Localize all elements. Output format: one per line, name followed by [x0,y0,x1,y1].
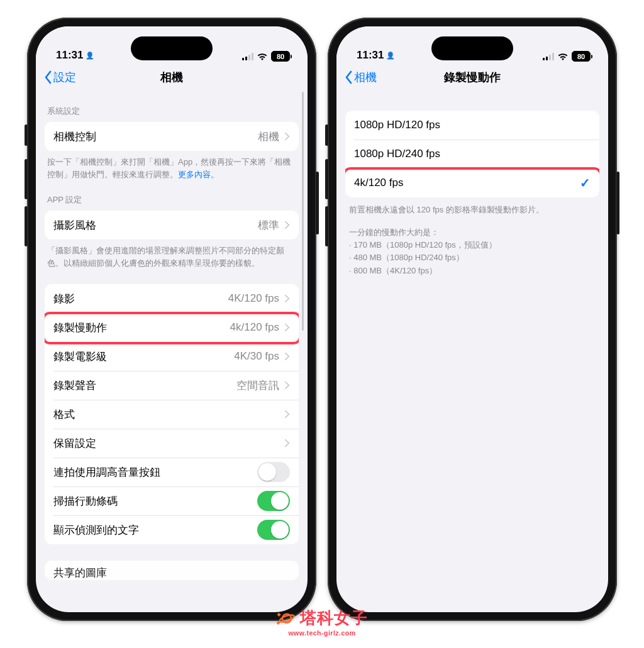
wifi-icon [558,53,568,60]
row-label: 攝影風格 [53,218,96,233]
back-button[interactable]: 相機 [344,70,377,85]
row-value: 相機 [258,129,279,144]
row-record-video[interactable]: 錄影 4K/120 fps [45,284,299,313]
row-label: 相機控制 [53,129,96,144]
page-title: 錄製慢動作 [336,70,608,85]
phone-side-button [25,159,28,199]
chevron-left-icon [43,70,52,84]
phone-side-button [325,159,328,199]
dynamic-island [431,36,513,60]
battery-icon: 80 [572,51,591,62]
svg-point-1 [279,613,294,623]
chevron-right-icon [284,323,290,332]
footnote-sizes: 一分鐘的慢動作大約是： · 170 MB（1080p HD/120 fps，預設… [336,216,608,277]
chevron-right-icon [284,410,290,419]
row-label: 保留設定 [53,436,96,451]
row-label: 掃描行動條碼 [53,494,118,508]
dynamic-island [131,36,213,60]
row-record-slomo[interactable]: 錄製慢動作 4k/120 fps [45,313,299,342]
phone-side-button [25,206,28,246]
row-shared-library[interactable]: 共享的圖庫 [45,561,299,580]
phone-right: 11:31 👤 80 相機 錄製慢動作 1080p H [328,18,617,621]
phone-left: 11:31 👤 80 設定 相機 系統設定 [27,18,316,621]
phone-side-button [325,124,328,146]
chevron-right-icon [284,132,290,141]
row-camera-control[interactable]: 相機控制 相機 [45,122,299,151]
chevron-right-icon [284,221,290,229]
row-scan-qr[interactable]: 掃描行動條碼 [45,486,299,515]
footnote-photo-style: 「攝影風格」會使用進階的場景理解來調整照片不同部分的特定顏色。以精緻細節個人化膚… [36,239,308,269]
option-1080p-240[interactable]: 1080p HD/240 fps [345,140,599,168]
back-button[interactable]: 設定 [43,70,76,85]
row-label: 格式 [53,407,75,422]
row-label: 顯示偵測到的文字 [53,523,139,537]
chevron-right-icon [284,439,290,448]
watermark: 塔科女子 [276,607,368,629]
footnote-front-camera: 前置相機永遠會以 120 fps 的影格率錄製慢動作影片。 [336,197,608,216]
back-label: 相機 [354,70,377,85]
row-label: 錄製聲音 [53,378,96,393]
row-record-sound[interactable]: 錄製聲音 空間音訊 [45,371,299,400]
row-preserve-settings[interactable]: 保留設定 [45,429,299,458]
back-label: 設定 [53,70,76,85]
row-photo-style[interactable]: 攝影風格 標準 [45,211,299,239]
screen-left: 11:31 👤 80 設定 相機 系統設定 [36,26,308,612]
section-header-app: APP 設定 [36,180,308,211]
cell-signal-icon [242,53,253,60]
switch-burst[interactable] [257,462,290,482]
row-live-text[interactable]: 顯示偵測到的文字 [45,515,299,544]
option-label: 1080p HD/240 fps [354,148,440,160]
row-label: 錄影 [53,292,75,306]
chevron-right-icon [284,352,290,361]
nav-bar: 相機 錄製慢動作 [336,63,608,92]
row-format[interactable]: 格式 [45,400,299,429]
row-value: 4k/120 fps [230,321,279,334]
phone-side-button [616,172,619,234]
option-label: 4k/120 fps [354,177,403,189]
focus-icon: 👤 [86,52,94,60]
screen-right: 11:31 👤 80 相機 錄製慢動作 1080p H [336,26,608,612]
option-1080p-120[interactable]: 1080p HD/120 fps [345,111,599,140]
chevron-right-icon [284,381,290,390]
phone-side-button [25,124,28,146]
row-value: 空間音訊 [236,378,279,393]
status-time: 11:31 [357,49,384,62]
page-title: 相機 [36,70,308,85]
nav-bar: 設定 相機 [36,63,308,92]
row-label: 連拍使用調高音量按鈕 [53,465,160,480]
footnote-camera-control: 按一下「相機控制」來打開「相機」App，然後再按一下來將「相機控制」用做快門。輕… [36,151,308,180]
row-value: 標準 [258,218,279,233]
row-label: 錄製電影級 [53,349,107,364]
focus-icon: 👤 [386,52,395,60]
watermark-url: www.tech-girlz.com [288,629,355,637]
cell-signal-icon [543,53,554,60]
row-label: 共享的圖庫 [53,566,107,580]
row-label: 錄製慢動作 [53,321,107,335]
watermark-icon [276,610,295,627]
row-burst-volume[interactable]: 連拍使用調高音量按鈕 [45,458,299,486]
section-header-system: 系統設定 [36,92,308,122]
scroll-indicator[interactable] [302,92,304,331]
watermark-text: 塔科女子 [300,607,368,629]
chevron-right-icon [284,294,290,303]
switch-livetext[interactable] [257,520,290,540]
battery-icon: 80 [271,51,290,62]
status-time: 11:31 [56,49,83,62]
row-value: 4K/30 fps [234,350,279,363]
switch-qr[interactable] [257,491,290,511]
phone-side-button [325,206,328,246]
row-record-cinematic[interactable]: 錄製電影級 4K/30 fps [45,342,299,371]
chevron-left-icon [344,70,353,84]
option-4k-120[interactable]: 4k/120 fps ✓ [345,168,599,197]
wifi-icon [257,53,267,60]
phone-side-button [316,172,319,234]
checkmark-icon: ✓ [580,175,591,190]
more-link[interactable]: 更多內容。 [178,170,219,179]
option-label: 1080p HD/120 fps [354,119,440,131]
row-value: 4K/120 fps [228,292,279,305]
